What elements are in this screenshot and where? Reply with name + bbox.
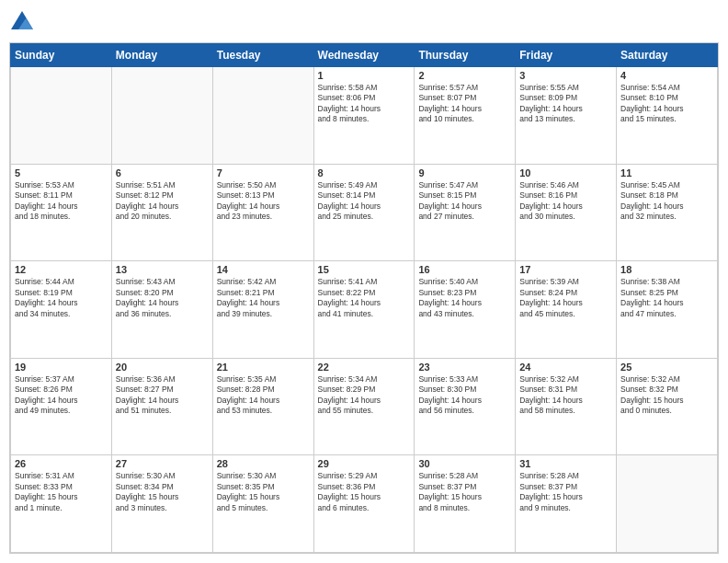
day-info: Sunrise: 5:38 AM Sunset: 8:25 PM Dayligh… <box>620 277 713 319</box>
day-info: Sunrise: 5:37 AM Sunset: 8:26 PM Dayligh… <box>15 374 108 417</box>
calendar-cell: 8Sunrise: 5:49 AM Sunset: 8:14 PM Daylig… <box>313 164 415 261</box>
day-number: 28 <box>217 458 310 469</box>
day-number: 11 <box>620 167 713 178</box>
day-info: Sunrise: 5:45 AM Sunset: 8:18 PM Dayligh… <box>620 180 713 223</box>
calendar-cell: 20Sunrise: 5:36 AM Sunset: 8:27 PM Dayli… <box>111 358 212 455</box>
calendar-cell: 13Sunrise: 5:43 AM Sunset: 8:20 PM Dayli… <box>111 261 212 359</box>
day-number: 31 <box>519 458 612 469</box>
calendar-cell: 14Sunrise: 5:42 AM Sunset: 8:21 PM Dayli… <box>212 261 313 359</box>
day-number: 27 <box>116 458 209 469</box>
day-number: 14 <box>217 264 310 275</box>
calendar-cell: 10Sunrise: 5:46 AM Sunset: 8:16 PM Dayli… <box>516 164 617 261</box>
day-info: Sunrise: 5:30 AM Sunset: 8:35 PM Dayligh… <box>217 471 310 513</box>
day-header-saturday: Saturday <box>617 44 718 67</box>
day-number: 23 <box>418 362 511 373</box>
day-info: Sunrise: 5:46 AM Sunset: 8:16 PM Dayligh… <box>519 180 612 223</box>
calendar-cell: 5Sunrise: 5:53 AM Sunset: 8:11 PM Daylig… <box>11 164 112 261</box>
calendar-cell: 4Sunrise: 5:54 AM Sunset: 8:10 PM Daylig… <box>617 67 718 165</box>
day-info: Sunrise: 5:49 AM Sunset: 8:14 PM Dayligh… <box>318 180 411 223</box>
calendar-cell: 30Sunrise: 5:28 AM Sunset: 8:37 PM Dayli… <box>415 455 516 553</box>
day-number: 6 <box>116 167 209 178</box>
day-info: Sunrise: 5:47 AM Sunset: 8:15 PM Dayligh… <box>418 180 511 223</box>
day-number: 8 <box>318 167 411 178</box>
day-info: Sunrise: 5:58 AM Sunset: 8:06 PM Dayligh… <box>318 83 411 125</box>
day-number: 30 <box>418 458 511 469</box>
day-info: Sunrise: 5:44 AM Sunset: 8:19 PM Dayligh… <box>15 277 108 319</box>
day-number: 19 <box>15 362 108 373</box>
day-info: Sunrise: 5:31 AM Sunset: 8:33 PM Dayligh… <box>15 471 108 513</box>
day-info: Sunrise: 5:53 AM Sunset: 8:11 PM Dayligh… <box>15 180 108 223</box>
day-number: 4 <box>620 70 713 81</box>
calendar-cell: 23Sunrise: 5:33 AM Sunset: 8:30 PM Dayli… <box>415 358 516 455</box>
calendar-cell: 22Sunrise: 5:34 AM Sunset: 8:29 PM Dayli… <box>313 358 415 455</box>
day-number: 1 <box>318 70 411 81</box>
day-number: 29 <box>318 458 411 469</box>
day-info: Sunrise: 5:36 AM Sunset: 8:27 PM Dayligh… <box>116 374 209 417</box>
calendar-body: 1Sunrise: 5:58 AM Sunset: 8:06 PM Daylig… <box>11 67 718 553</box>
calendar-cell: 3Sunrise: 5:55 AM Sunset: 8:09 PM Daylig… <box>516 67 617 165</box>
week-row-1: 1Sunrise: 5:58 AM Sunset: 8:06 PM Daylig… <box>11 67 718 165</box>
calendar-cell: 31Sunrise: 5:28 AM Sunset: 8:37 PM Dayli… <box>516 455 617 553</box>
calendar-cell: 25Sunrise: 5:32 AM Sunset: 8:32 PM Dayli… <box>617 358 718 455</box>
day-info: Sunrise: 5:41 AM Sunset: 8:22 PM Dayligh… <box>318 277 411 319</box>
calendar-cell: 7Sunrise: 5:50 AM Sunset: 8:13 PM Daylig… <box>212 164 313 261</box>
calendar-cell: 26Sunrise: 5:31 AM Sunset: 8:33 PM Dayli… <box>11 455 112 553</box>
day-number: 7 <box>217 167 310 178</box>
day-info: Sunrise: 5:43 AM Sunset: 8:20 PM Dayligh… <box>116 277 209 319</box>
day-number: 13 <box>116 264 209 275</box>
day-info: Sunrise: 5:33 AM Sunset: 8:30 PM Dayligh… <box>418 374 511 417</box>
day-number: 15 <box>318 264 411 275</box>
day-number: 24 <box>519 362 612 373</box>
week-row-3: 12Sunrise: 5:44 AM Sunset: 8:19 PM Dayli… <box>11 261 718 359</box>
day-info: Sunrise: 5:32 AM Sunset: 8:31 PM Dayligh… <box>519 374 612 417</box>
calendar-cell: 17Sunrise: 5:39 AM Sunset: 8:24 PM Dayli… <box>516 261 617 359</box>
day-number: 12 <box>15 264 108 275</box>
day-header-friday: Friday <box>516 44 617 67</box>
day-number: 10 <box>519 167 612 178</box>
day-number: 26 <box>15 458 108 469</box>
calendar-cell: 6Sunrise: 5:51 AM Sunset: 8:12 PM Daylig… <box>111 164 212 261</box>
calendar-cell: 28Sunrise: 5:30 AM Sunset: 8:35 PM Dayli… <box>212 455 313 553</box>
header-row: SundayMondayTuesdayWednesdayThursdayFrid… <box>11 44 718 67</box>
day-info: Sunrise: 5:50 AM Sunset: 8:13 PM Dayligh… <box>217 180 310 223</box>
calendar-cell: 9Sunrise: 5:47 AM Sunset: 8:15 PM Daylig… <box>415 164 516 261</box>
day-info: Sunrise: 5:51 AM Sunset: 8:12 PM Dayligh… <box>116 180 209 223</box>
day-number: 5 <box>15 167 108 178</box>
day-header-sunday: Sunday <box>11 44 112 67</box>
day-number: 9 <box>418 167 511 178</box>
day-number: 17 <box>519 264 612 275</box>
calendar-cell: 19Sunrise: 5:37 AM Sunset: 8:26 PM Dayli… <box>11 358 112 455</box>
calendar-cell: 24Sunrise: 5:32 AM Sunset: 8:31 PM Dayli… <box>516 358 617 455</box>
calendar-cell: 18Sunrise: 5:38 AM Sunset: 8:25 PM Dayli… <box>617 261 718 359</box>
day-number: 3 <box>519 70 612 81</box>
day-info: Sunrise: 5:39 AM Sunset: 8:24 PM Dayligh… <box>519 277 612 319</box>
day-info: Sunrise: 5:54 AM Sunset: 8:10 PM Dayligh… <box>620 83 713 125</box>
calendar-cell: 27Sunrise: 5:30 AM Sunset: 8:34 PM Dayli… <box>111 455 212 553</box>
day-number: 16 <box>418 264 511 275</box>
day-info: Sunrise: 5:57 AM Sunset: 8:07 PM Dayligh… <box>418 83 511 125</box>
week-row-4: 19Sunrise: 5:37 AM Sunset: 8:26 PM Dayli… <box>11 358 718 455</box>
day-info: Sunrise: 5:29 AM Sunset: 8:36 PM Dayligh… <box>318 471 411 513</box>
day-header-monday: Monday <box>111 44 212 67</box>
day-info: Sunrise: 5:35 AM Sunset: 8:28 PM Dayligh… <box>217 374 310 417</box>
day-number: 22 <box>318 362 411 373</box>
calendar-cell <box>111 67 212 165</box>
day-info: Sunrise: 5:28 AM Sunset: 8:37 PM Dayligh… <box>418 471 511 513</box>
calendar-cell: 15Sunrise: 5:41 AM Sunset: 8:22 PM Dayli… <box>313 261 415 359</box>
calendar-cell: 1Sunrise: 5:58 AM Sunset: 8:06 PM Daylig… <box>313 67 415 165</box>
page: SundayMondayTuesdayWednesdayThursdayFrid… <box>0 0 728 563</box>
day-info: Sunrise: 5:28 AM Sunset: 8:37 PM Dayligh… <box>519 471 612 513</box>
calendar-table: SundayMondayTuesdayWednesdayThursdayFrid… <box>10 43 718 553</box>
calendar-cell <box>212 67 313 165</box>
day-header-wednesday: Wednesday <box>313 44 415 67</box>
logo-icon <box>9 9 35 35</box>
calendar-cell <box>617 455 718 553</box>
day-number: 21 <box>217 362 310 373</box>
calendar-cell: 2Sunrise: 5:57 AM Sunset: 8:07 PM Daylig… <box>415 67 516 165</box>
day-info: Sunrise: 5:32 AM Sunset: 8:32 PM Dayligh… <box>620 374 713 417</box>
calendar: SundayMondayTuesdayWednesdayThursdayFrid… <box>9 42 719 554</box>
week-row-2: 5Sunrise: 5:53 AM Sunset: 8:11 PM Daylig… <box>11 164 718 261</box>
day-info: Sunrise: 5:55 AM Sunset: 8:09 PM Dayligh… <box>519 83 612 125</box>
day-number: 18 <box>620 264 713 275</box>
day-number: 2 <box>418 70 511 81</box>
